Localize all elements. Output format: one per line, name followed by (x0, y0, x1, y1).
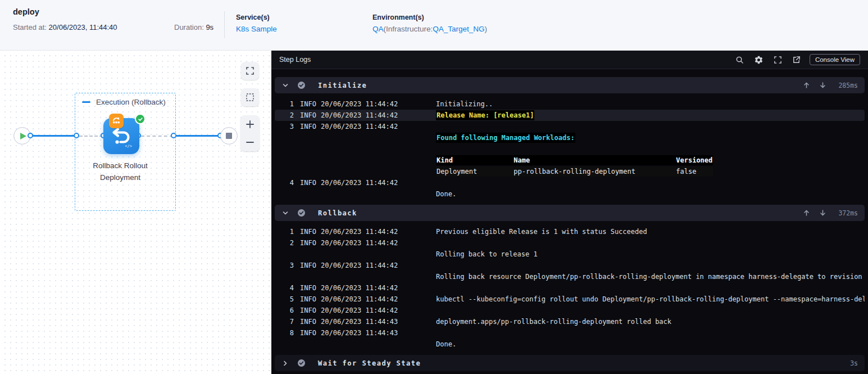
expand-icon[interactable] (774, 56, 782, 64)
chevron-down-icon[interactable] (281, 209, 289, 217)
connector-dot[interactable] (28, 133, 33, 138)
log-message: Found following Managed Workloads: (436, 132, 865, 143)
log-message: Release Name: [release1] (436, 110, 865, 121)
log-section-header[interactable]: Rollback372ms (275, 205, 865, 221)
log-line: Rolling back to release 1 (275, 249, 865, 260)
edge-stage-to-end (174, 135, 221, 137)
log-message: Deployment pp-rollback-rolling-deploymen… (436, 166, 865, 177)
log-message: Done. (436, 188, 865, 200)
log-line: Found following Managed Workloads: (275, 132, 865, 143)
step-success-icon (297, 209, 306, 217)
step-node-label: Rollback Rollout Deployment (81, 160, 160, 183)
scroll-to-bottom-icon[interactable] (819, 82, 826, 89)
duration: Duration: 9s (174, 23, 213, 31)
log-timestamp: 20/06/2023 11:44:43 (321, 316, 436, 327)
log-level: INFO (294, 121, 321, 132)
log-section: Initialize285ms1INFO20/06/2023 11:44:42I… (275, 77, 865, 205)
page-title: deploy (13, 7, 39, 16)
zoom-out-button[interactable] (245, 137, 255, 147)
scroll-to-top-icon[interactable] (803, 82, 810, 89)
step-logs-panel: Step Logs Console View Initialize285ms1I… (271, 51, 868, 374)
log-line: Deployment pp-rollback-rolling-deploymen… (275, 166, 865, 177)
execution-group-label[interactable]: Execution (Rollback) (82, 98, 166, 106)
log-timestamp: 20/06/2023 11:44:43 (321, 327, 436, 339)
log-line: Done. (275, 188, 865, 200)
started-at-label: Started at: (13, 23, 47, 31)
log-line-number: 3 (275, 121, 294, 132)
log-section: Wait for Steady State3s (275, 355, 865, 371)
log-section-header[interactable]: Initialize285ms (275, 77, 865, 93)
log-line-number: 4 (275, 282, 294, 294)
service-link[interactable]: K8s Sample (236, 25, 277, 33)
log-timestamp: 20/06/2023 11:44:42 (321, 110, 436, 121)
env-suffix: ) (485, 25, 488, 33)
log-line: 4INFO20/06/2023 11:44:42 (275, 177, 865, 188)
log-timestamp: 20/06/2023 11:44:42 (321, 282, 436, 294)
end-node[interactable] (220, 127, 238, 145)
log-line-number: 1 (275, 226, 294, 237)
zoom-in-button[interactable] (245, 119, 255, 129)
chevron-down-icon[interactable] (281, 82, 289, 89)
log-line (275, 143, 865, 155)
log-line: 7INFO20/06/2023 11:44:43deployment.apps/… (275, 316, 865, 327)
console-title: Step Logs (279, 56, 311, 64)
log-level: INFO (294, 305, 321, 316)
duration-label: Duration: (174, 23, 204, 31)
log-line: Rolling back resource Deployment/pp-roll… (275, 271, 865, 282)
started-at: Started at: 20/06/2023, 11:44:40 (13, 23, 117, 31)
header-divider (224, 11, 225, 38)
log-line-number: 7 (275, 316, 294, 327)
log-level: INFO (294, 260, 321, 271)
log-line-number: 2 (275, 237, 294, 249)
infrastructure-link[interactable]: QA_Target_NG (433, 25, 484, 33)
rollout-deployment-badge-icon (109, 114, 124, 128)
log-line: 2INFO20/06/2023 11:44:42Release Name: [r… (275, 110, 865, 121)
log-timestamp: 20/06/2023 11:44:42 (321, 305, 436, 316)
fullscreen-icon (246, 66, 255, 75)
collapse-minus-icon[interactable] (82, 101, 90, 103)
log-timestamp: 20/06/2023 11:44:42 (321, 260, 436, 271)
log-level: INFO (294, 294, 321, 305)
section-title: Wait for Steady State (318, 359, 421, 367)
chevron-right-icon[interactable] (281, 359, 289, 367)
services-block: Service(s) K8s Sample (236, 13, 277, 33)
log-message: Rolling back resource Deployment/pp-roll… (436, 271, 865, 282)
search-icon[interactable] (735, 56, 744, 64)
log-section: Rollback372ms1INFO20/06/2023 11:44:42Pre… (275, 205, 865, 355)
log-line-number: 5 (275, 294, 294, 305)
log-line-number: 6 (275, 305, 294, 316)
pipeline-graph-canvas[interactable]: Execution (Rollback) </> (0, 51, 271, 374)
log-level: INFO (294, 226, 321, 237)
log-level: INFO (294, 327, 321, 339)
scroll-to-top-icon[interactable] (803, 209, 810, 217)
log-message: Done. (436, 339, 865, 350)
log-section-header[interactable]: Wait for Steady State3s (275, 355, 865, 371)
log-timestamp: 20/06/2023 11:44:42 (321, 121, 436, 132)
log-timestamp: 20/06/2023 11:44:42 (321, 98, 436, 110)
execution-label-text: Execution (Rollback) (96, 98, 166, 106)
log-line: Kind Name Versioned (275, 155, 865, 166)
console-view-button[interactable]: Console View (810, 54, 860, 65)
log-level: INFO (294, 282, 321, 294)
marquee-select-button[interactable] (241, 88, 259, 106)
marquee-icon (246, 93, 255, 102)
open-in-new-icon[interactable] (792, 56, 801, 64)
log-message: Previous eligible Release is 1 with stat… (436, 226, 865, 237)
scroll-to-bottom-icon[interactable] (819, 209, 826, 217)
log-timestamp: 20/06/2023 11:44:42 (321, 294, 436, 305)
section-duration: 3s (834, 359, 858, 367)
gear-icon[interactable] (754, 55, 764, 65)
log-line-number: 4 (275, 177, 294, 188)
log-line: 5INFO20/06/2023 11:44:42kubectl --kubeco… (275, 294, 865, 305)
environments-block: Environment(s) QA(Infrastructure:QA_Targ… (372, 13, 487, 33)
log-level: INFO (294, 316, 321, 327)
svg-text:</>: </> (125, 144, 132, 148)
log-line: 6INFO20/06/2023 11:44:42 (275, 305, 865, 316)
fit-to-screen-button[interactable] (241, 62, 259, 80)
environment-link[interactable]: QA (372, 25, 384, 33)
log-line: 1INFO20/06/2023 11:44:42Previous eligibl… (275, 226, 865, 237)
log-level: INFO (294, 237, 321, 249)
step-success-icon (297, 81, 306, 89)
console-body[interactable]: Initialize285ms1INFO20/06/2023 11:44:42I… (271, 69, 868, 374)
log-level: INFO (294, 110, 321, 121)
